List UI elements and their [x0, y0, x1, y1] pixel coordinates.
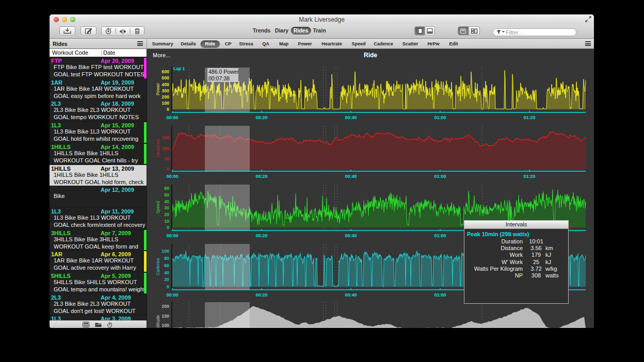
- svg-text:30: 30: [164, 205, 169, 210]
- svg-text:0: 0: [167, 107, 169, 112]
- svg-text:100: 100: [162, 146, 169, 151]
- svg-text:150: 150: [162, 135, 169, 140]
- svg-text:Lap 1: Lap 1: [173, 66, 185, 71]
- svg-text:400: 400: [162, 82, 169, 87]
- svg-text:Altitude: Altitude: [155, 315, 160, 328]
- svg-text:40: 40: [164, 270, 169, 275]
- svg-text:150: 150: [162, 314, 169, 319]
- svg-text:100: 100: [162, 101, 169, 106]
- svg-text:200: 200: [162, 94, 169, 100]
- svg-text:01:00: 01:00: [434, 292, 446, 298]
- svg-text:40: 40: [164, 199, 169, 204]
- svg-text:00:40: 00:40: [345, 174, 357, 179]
- svg-text:01:20: 01:20: [523, 174, 535, 179]
- svg-text:50: 50: [164, 192, 169, 198]
- svg-text:80: 80: [164, 256, 169, 261]
- svg-text:00:20: 00:20: [255, 292, 267, 298]
- svg-text:0: 0: [167, 167, 169, 172]
- svg-text:Cadence: Cadence: [155, 258, 160, 275]
- svg-text:20: 20: [164, 212, 169, 217]
- svg-text:20: 20: [164, 277, 169, 282]
- svg-text:Heartrate: Heartrate: [155, 139, 160, 157]
- svg-text:01:00: 01:00: [434, 233, 446, 238]
- svg-text:0: 0: [167, 284, 169, 289]
- svg-text:600: 600: [162, 69, 169, 74]
- svg-text:500: 500: [162, 75, 169, 80]
- svg-text:00:20: 00:20: [255, 233, 267, 238]
- svg-text:00:40: 00:40: [345, 233, 357, 238]
- svg-text:00:00: 00:00: [166, 115, 178, 120]
- svg-text:00:20: 00:20: [255, 174, 267, 179]
- svg-text:00:40: 00:40: [345, 292, 357, 298]
- svg-text:Speed: Speed: [155, 201, 160, 213]
- svg-text:0: 0: [167, 225, 169, 230]
- svg-text:00:20: 00:20: [255, 115, 267, 120]
- svg-text:01:00: 01:00: [434, 115, 446, 120]
- svg-text:Power: Power: [155, 83, 160, 95]
- svg-text:01:00: 01:00: [434, 174, 446, 179]
- svg-text:00:00: 00:00: [166, 174, 178, 179]
- svg-text:100: 100: [162, 249, 169, 254]
- svg-text:00:00: 00:00: [166, 233, 178, 238]
- svg-text:10: 10: [164, 219, 169, 224]
- svg-text:50: 50: [164, 156, 169, 161]
- svg-text:300: 300: [162, 88, 169, 93]
- svg-text:100: 100: [162, 323, 169, 328]
- svg-text:60: 60: [164, 263, 169, 268]
- svg-text:60: 60: [164, 186, 169, 191]
- svg-text:00:40: 00:40: [345, 115, 357, 120]
- svg-text:01:20: 01:20: [523, 115, 535, 120]
- svg-text:00:00: 00:00: [166, 292, 178, 298]
- svg-text:200: 200: [162, 304, 169, 309]
